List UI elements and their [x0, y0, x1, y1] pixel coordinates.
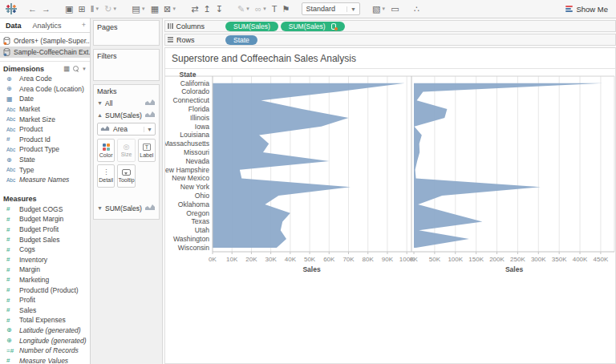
show-mark-labels-icon[interactable]: T: [270, 2, 280, 16]
state-label[interactable]: Connecticut: [173, 96, 210, 104]
dimension-field[interactable]: AbcMarket: [0, 104, 90, 115]
pane-pin-icon[interactable]: +: [82, 18, 90, 32]
measure-field[interactable]: ⊕Latitude (generated): [0, 326, 90, 336]
measure-field[interactable]: #Cogs: [0, 245, 90, 255]
swap-rows-columns-icon[interactable]: ⇄: [188, 2, 201, 16]
measure-field[interactable]: #Inventory: [0, 255, 90, 265]
state-label[interactable]: New Mexico: [172, 174, 209, 182]
measure-field[interactable]: #Margin: [0, 265, 90, 275]
pause-updates-icon[interactable]: ‖▼: [88, 2, 103, 16]
new-worksheet-icon[interactable]: ▤▼: [129, 2, 148, 16]
columns-shelf[interactable]: Columns SUM(Sales)SUM(Sales): [164, 20, 616, 32]
chevron-down-icon[interactable]: ▼: [82, 67, 87, 71]
state-label[interactable]: New Hampshire: [165, 166, 209, 174]
state-label[interactable]: Texas: [192, 217, 209, 225]
measure-field[interactable]: #ProductId (Product): [0, 285, 90, 295]
state-label[interactable]: California: [180, 79, 210, 87]
show-hide-cards-icon[interactable]: ▧▼: [370, 2, 388, 16]
filters-shelf[interactable]: Filters: [93, 49, 160, 81]
measure-field[interactable]: #Profit: [0, 295, 90, 305]
dimension-field[interactable]: #Product Id: [0, 135, 90, 145]
dimension-field[interactable]: ⊕State: [0, 155, 90, 165]
state-label[interactable]: Utah: [195, 226, 209, 234]
marks-layer-sum-sales-1[interactable]: ▲ SUM(Sales): [96, 109, 156, 121]
measure-field[interactable]: #Marketing: [0, 275, 90, 285]
detail-button[interactable]: ⋮Detail: [97, 164, 115, 188]
dimension-field[interactable]: AbcProduct Type: [0, 144, 90, 155]
measure-field[interactable]: #Budget COGS: [0, 204, 90, 215]
measure-field[interactable]: =#Number of Records: [0, 346, 90, 356]
data-source-label: Orders+ (Sample-Super...: [14, 37, 91, 45]
pages-shelf[interactable]: Pages: [93, 20, 160, 46]
pill-state[interactable]: State: [225, 35, 257, 45]
marks-layer-sum-sales-2[interactable]: ▼ SUM(Sales): [96, 202, 156, 214]
duplicate-sheet-icon[interactable]: ▦: [148, 2, 161, 16]
state-label[interactable]: Massachusetts: [165, 140, 209, 148]
pill-sum-sales-[interactable]: SUM(Sales): [281, 22, 345, 31]
save-icon[interactable]: ▣: [63, 2, 75, 16]
state-label[interactable]: Ohio: [195, 192, 209, 200]
marks-layer-all[interactable]: ▼ All: [96, 97, 156, 109]
highlight-icon[interactable]: ✎▼: [235, 2, 253, 16]
show-me-button[interactable]: Show Me: [565, 5, 608, 14]
sort-descending-icon[interactable]: ↧: [213, 2, 225, 16]
dimension-field[interactable]: AbcProduct: [0, 124, 90, 135]
state-label[interactable]: Iowa: [195, 123, 209, 131]
state-label[interactable]: Oklahoma: [178, 200, 209, 208]
fit-selector[interactable]: Standard ▼: [302, 2, 359, 15]
group-members-icon[interactable]: ∞▼: [253, 2, 270, 16]
dimension-field[interactable]: AbcType: [0, 164, 90, 175]
pill-sum-sales-[interactable]: SUM(Sales): [225, 22, 278, 31]
mark-type-dropdown[interactable]: Area ▼: [97, 123, 156, 135]
x-axis-title[interactable]: Sales: [302, 265, 320, 273]
sales-area-chart[interactable]: CaliforniaColoradoConnecticutFloridaIlli…: [165, 69, 616, 305]
measure-field[interactable]: ⊕Longitude (generated): [0, 335, 90, 346]
color-button[interactable]: Color: [97, 139, 115, 162]
measure-field[interactable]: #Sales: [0, 305, 90, 315]
area-mark-2[interactable]: [414, 83, 603, 248]
state-label[interactable]: Washington: [173, 235, 209, 243]
state-label[interactable]: Wisconsin: [178, 244, 209, 252]
x-axis-title[interactable]: Sales: [505, 265, 523, 273]
tooltip-button[interactable]: Tooltip: [117, 164, 135, 188]
redo-icon[interactable]: →: [39, 2, 53, 16]
view-as-icon[interactable]: ▥: [63, 65, 70, 72]
refresh-data-icon[interactable]: ↻▼: [102, 2, 120, 16]
state-label[interactable]: Missouri: [184, 148, 209, 156]
tab-analytics[interactable]: Analytics: [27, 18, 67, 32]
measure-field[interactable]: #Budget Profit: [0, 224, 90, 235]
measure-field[interactable]: #Budget Sales: [0, 234, 90, 245]
data-source-item[interactable]: Sample-CoffeeChain Ext...: [0, 47, 90, 58]
dimension-field[interactable]: AbcMeasure Names: [0, 175, 90, 185]
clear-sheet-icon[interactable]: ⊠▼: [161, 2, 179, 16]
state-label[interactable]: Louisiana: [180, 131, 209, 139]
number-icon: #: [6, 317, 19, 324]
measure-field[interactable]: #Measure Values: [0, 355, 90, 364]
presentation-mode-icon[interactable]: ▭: [388, 2, 401, 16]
state-label[interactable]: Nevada: [185, 157, 209, 165]
rows-shelf[interactable]: Rows State: [164, 34, 616, 46]
measure-field[interactable]: #Total Expenses: [0, 315, 90, 326]
state-label[interactable]: Colorado: [181, 87, 209, 95]
search-icon[interactable]: [73, 66, 79, 71]
fix-axes-icon[interactable]: ⚑: [280, 2, 293, 16]
label-button[interactable]: TLabel: [138, 139, 156, 162]
dimension-field[interactable]: ⊕Area Code (Location): [0, 84, 90, 95]
state-label[interactable]: New York: [180, 183, 210, 191]
state-label[interactable]: Florida: [188, 105, 209, 113]
dimension-field[interactable]: ▦Date: [0, 94, 90, 104]
measure-field[interactable]: #Budget Margin: [0, 214, 90, 224]
dimension-field[interactable]: AbcMarket Size: [0, 114, 90, 124]
area-chart-icon: [144, 204, 156, 212]
state-label[interactable]: Oregon: [186, 209, 209, 217]
dimension-field[interactable]: ⊕Area Code: [0, 74, 90, 84]
state-label[interactable]: Illinois: [190, 114, 209, 122]
add-data-icon[interactable]: ⊞: [75, 2, 87, 16]
area-mark-1[interactable]: [213, 83, 405, 248]
tab-data[interactable]: Data: [0, 18, 27, 32]
sort-ascending-icon[interactable]: ↥: [201, 2, 213, 16]
data-source-item[interactable]: Orders+ (Sample-Super...: [0, 35, 90, 47]
undo-icon[interactable]: ←: [26, 2, 39, 16]
size-button[interactable]: ◎Size: [117, 139, 135, 162]
share-workbook-icon[interactable]: ∴: [411, 2, 422, 16]
